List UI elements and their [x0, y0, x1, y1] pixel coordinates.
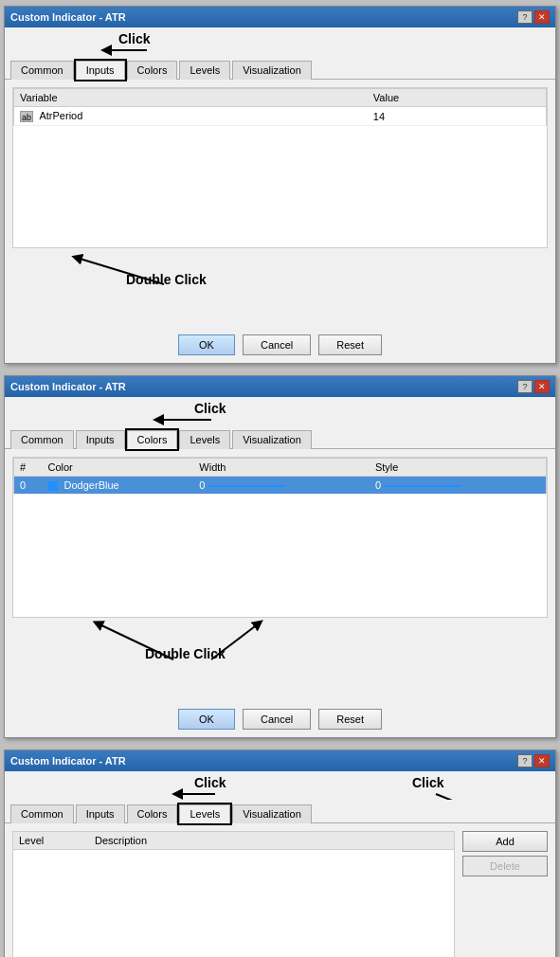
cancel-button-2[interactable]: Cancel	[243, 709, 311, 730]
title-bar-2: Custom Indicator - ATR ? ✕	[5, 376, 555, 397]
col-color: Color	[43, 459, 194, 477]
line-sample	[208, 485, 284, 487]
tab-bar-3: Common Inputs Colors Levels Visualizatio…	[5, 800, 555, 823]
delete-button[interactable]: Delete	[462, 856, 548, 876]
tab-inputs-3[interactable]: Inputs	[76, 804, 125, 823]
levels-table-container: Level Description	[12, 831, 455, 957]
tab-levels-1[interactable]: Levels	[179, 61, 230, 80]
dblclick-arrow-1	[12, 248, 297, 319]
help-button-3[interactable]: ?	[517, 754, 533, 767]
cell-variable-text: AtrPeriod	[39, 110, 82, 121]
table-row[interactable]: ab AtrPeriod 14	[14, 107, 547, 126]
levels-table-header: Level Description	[13, 832, 454, 850]
dialog-footer-2: OK Cancel Reset	[5, 701, 555, 737]
tab-inputs-1[interactable]: Inputs	[76, 61, 125, 80]
tab-bar-2: Common Inputs Colors Levels Visualizatio…	[5, 425, 555, 449]
table-row[interactable]: 0 DodgerBlue 0 0	[14, 477, 547, 495]
colors-table: # Color Width Style 0 DodgerBlue	[13, 458, 547, 495]
title-bar-3: Custom Indicator - ATR ? ✕	[5, 750, 555, 771]
col-value: Value	[368, 89, 547, 107]
cell-variable: ab AtrPeriod	[14, 107, 368, 126]
tab-common-2[interactable]: Common	[10, 430, 74, 449]
col-style: Style	[370, 459, 547, 477]
color-indicator	[48, 481, 58, 491]
svg-line-1	[77, 258, 164, 284]
title-controls-3: ? ✕	[517, 754, 550, 767]
arrow-svg-2	[5, 397, 336, 425]
tab-colors-3[interactable]: Colors	[127, 804, 178, 823]
cell-color: DodgerBlue	[43, 477, 194, 495]
dialog-1: Custom Indicator - ATR ? ✕ Click Common …	[4, 6, 556, 364]
dialog-body-2: # Color Width Style 0 DodgerBlue	[5, 449, 555, 701]
ok-button-1[interactable]: OK	[178, 334, 235, 355]
tab-colors-1[interactable]: Colors	[127, 61, 178, 80]
annotation-row-1: Click	[5, 27, 555, 56]
tab-visualization-3[interactable]: Visualization	[232, 804, 312, 823]
help-button-2[interactable]: ?	[517, 380, 533, 393]
color-name: DodgerBlue	[64, 479, 119, 491]
help-button-1[interactable]: ?	[517, 10, 533, 24]
close-button-3[interactable]: ✕	[534, 754, 550, 767]
cell-num: 0	[14, 477, 43, 495]
close-button-1[interactable]: ✕	[534, 10, 550, 24]
dialog-footer-1: OK Cancel Reset	[5, 327, 555, 363]
dblclick-area-2: Double Click	[12, 618, 548, 694]
dialog-3: Custom Indicator - ATR ? ✕ Click Click C…	[4, 749, 556, 957]
row-icon: ab	[20, 111, 33, 122]
levels-panel: Level Description Add Delete	[12, 831, 548, 957]
reset-button-2[interactable]: Reset	[318, 709, 382, 730]
tab-bar-1: Common Inputs Colors Levels Visualizatio…	[5, 56, 555, 80]
title-text-1: Custom Indicator - ATR	[10, 11, 126, 23]
tab-colors-2[interactable]: Colors	[127, 430, 178, 449]
svg-line-4	[211, 623, 259, 659]
tab-levels-2[interactable]: Levels	[179, 430, 230, 449]
dialog-body-3: Level Description Add Delete Click	[5, 823, 555, 957]
title-controls-1: ? ✕	[517, 10, 550, 24]
cell-value: 14	[368, 107, 547, 126]
annotation-row-3: Click Click	[5, 771, 555, 800]
col-variable: Variable	[14, 89, 368, 107]
close-button-2[interactable]: ✕	[534, 380, 550, 393]
tab-inputs-2[interactable]: Inputs	[76, 430, 125, 449]
annotation-row-2: Click	[5, 397, 555, 425]
levels-right-panel: Add Delete	[462, 831, 548, 957]
tab-common-1[interactable]: Common	[10, 61, 74, 80]
tab-common-3[interactable]: Common	[10, 804, 74, 823]
ok-button-2[interactable]: OK	[178, 709, 235, 730]
arrow-svg-3	[5, 771, 560, 800]
col-level: Level	[19, 835, 95, 846]
cell-style: 0	[370, 477, 547, 495]
tab-visualization-1[interactable]: Visualization	[232, 61, 312, 80]
title-text-3: Custom Indicator - ATR	[10, 755, 126, 767]
add-button[interactable]: Add	[462, 831, 548, 852]
dialog-2: Custom Indicator - ATR ? ✕ Click Common …	[4, 375, 556, 738]
tab-visualization-2[interactable]: Visualization	[232, 430, 312, 449]
table-container-1: Variable Value ab AtrPeriod 14	[12, 87, 548, 248]
dblclick-area-1: Double Click	[12, 248, 548, 319]
col-num: #	[14, 459, 43, 477]
inputs-table-1: Variable Value ab AtrPeriod 14	[13, 88, 547, 126]
title-controls-2: ? ✕	[517, 380, 550, 393]
cell-width: 0	[193, 477, 370, 495]
col-description: Description	[95, 835, 147, 846]
reset-button-1[interactable]: Reset	[318, 334, 382, 355]
style-sample	[384, 485, 460, 487]
title-bar-1: Custom Indicator - ATR ? ✕	[5, 7, 555, 27]
tab-levels-3[interactable]: Levels	[179, 804, 230, 823]
table-container-2: # Color Width Style 0 DodgerBlue	[12, 457, 548, 618]
svg-line-3	[98, 623, 173, 659]
title-text-2: Custom Indicator - ATR	[10, 381, 126, 392]
svg-line-6	[436, 794, 469, 800]
col-width: Width	[193, 459, 370, 477]
cancel-button-1[interactable]: Cancel	[243, 334, 311, 355]
dblclick-arrow-2	[12, 618, 391, 694]
dialog-body-1: Variable Value ab AtrPeriod 14 Do	[5, 80, 555, 327]
arrow-svg-1	[5, 27, 289, 56]
